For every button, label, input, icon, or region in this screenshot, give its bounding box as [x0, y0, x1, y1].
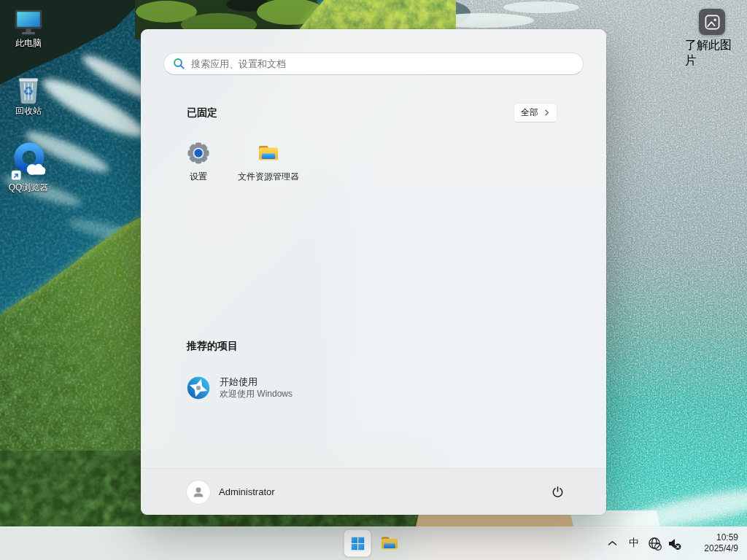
tray-volume-button[interactable]	[664, 531, 684, 556]
this-pc-icon	[14, 9, 43, 36]
start-menu-panel: 已固定 全部 设置	[141, 29, 606, 515]
recommended-item-get-started[interactable]: 开始使用 欢迎使用 Windows	[172, 366, 575, 410]
chevron-up-icon	[608, 540, 617, 546]
clock-time: 10:59	[684, 532, 738, 543]
ime-mode-label: 中	[629, 537, 639, 550]
pinned-all-button[interactable]: 全部	[514, 103, 557, 122]
power-button[interactable]	[545, 480, 570, 505]
recommended-item-title: 开始使用	[220, 376, 293, 388]
power-icon	[551, 486, 564, 498]
system-tray: 中	[601, 526, 743, 560]
search-box	[163, 52, 584, 75]
taskbar-file-explorer-button[interactable]	[376, 530, 403, 557]
recommended-section-title: 推荐的项目	[187, 340, 238, 353]
user-name: Administrator	[219, 486, 275, 497]
desktop-icon-recycle-bin[interactable]: ♻ 回收站	[0, 75, 57, 116]
desktop-icon-qq-browser[interactable]: QQ浏览器	[0, 141, 57, 192]
tray-show-hidden-icons-button[interactable]	[601, 531, 623, 556]
volume-muted-icon	[667, 537, 681, 551]
pinned-app-label: 文件资源管理器	[238, 171, 299, 183]
start-menu-footer: Administrator	[141, 468, 606, 515]
windows-logo-icon	[351, 537, 364, 550]
tray-clock[interactable]: 10:59 2025/4/9	[684, 532, 743, 554]
taskbar-center-icons	[344, 530, 403, 557]
settings-gear-icon	[187, 141, 210, 165]
recycle-bin-icon: ♻	[16, 75, 41, 104]
taskbar: 中	[0, 526, 747, 560]
pinned-app-file-explorer[interactable]: 文件资源管理器	[233, 136, 303, 200]
start-button[interactable]	[344, 530, 371, 557]
file-explorer-icon	[380, 534, 400, 553]
pinned-app-settings[interactable]: 设置	[163, 136, 233, 200]
tray-ime-indicator[interactable]: 中	[623, 531, 645, 556]
get-started-icon	[187, 376, 210, 400]
chevron-right-icon	[543, 109, 550, 116]
file-explorer-icon	[257, 141, 280, 165]
all-button-label: 全部	[521, 106, 538, 119]
user-account-button[interactable]: Administrator	[187, 481, 275, 504]
search-icon	[173, 58, 185, 70]
desktop-icon-label: 回收站	[15, 106, 42, 116]
network-no-internet-icon	[648, 537, 662, 551]
spotlight-label: 了解此图片	[685, 38, 739, 69]
desktop-icon-label: QQ浏览器	[9, 182, 49, 192]
picture-info-icon	[699, 9, 725, 35]
user-avatar	[187, 481, 210, 504]
desktop-icon-label: 此电脑	[15, 38, 42, 48]
recommended-item-subtitle: 欢迎使用 Windows	[220, 389, 293, 400]
desktop-icon-this-pc[interactable]: 此电脑	[0, 9, 57, 48]
tray-network-button[interactable]	[645, 531, 664, 556]
spotlight-learn-about-picture[interactable]: 了解此图片	[685, 9, 739, 69]
pinned-apps-grid: 设置 文件资源管理器	[163, 136, 303, 200]
search-input[interactable]	[163, 52, 584, 75]
pinned-app-label: 设置	[190, 171, 207, 183]
pinned-section-title: 已固定	[187, 106, 217, 120]
svg-text:♻: ♻	[23, 84, 34, 98]
clock-date: 2025/4/9	[684, 543, 738, 554]
qq-browser-icon	[11, 141, 46, 181]
